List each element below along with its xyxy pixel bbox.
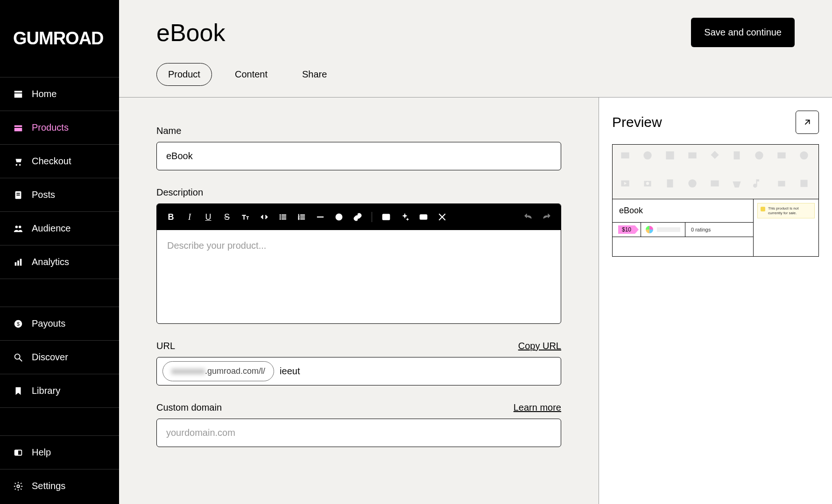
nav-label: Products xyxy=(32,122,69,133)
svg-point-25 xyxy=(280,218,281,220)
svg-rect-17 xyxy=(15,450,18,455)
nav-checkout[interactable]: Checkout xyxy=(0,144,119,178)
form-area: Name Description B I U S TT xyxy=(119,98,599,504)
svg-text:T: T xyxy=(247,216,249,220)
analytics-icon xyxy=(13,257,23,267)
tabs: Product Content Share xyxy=(156,63,795,97)
avatar-icon xyxy=(646,226,653,233)
svg-point-47 xyxy=(800,151,808,159)
url-prefix-pill[interactable]: xxxxxxxx.gumroad.com/l/ xyxy=(162,361,274,381)
name-input[interactable] xyxy=(156,142,561,170)
preview-panel: Preview xyxy=(599,98,832,504)
learn-more-link[interactable]: Learn more xyxy=(514,402,561,413)
svg-rect-9 xyxy=(15,262,17,266)
video-icon[interactable] xyxy=(416,210,431,224)
nav-discover[interactable]: Discover xyxy=(0,340,119,374)
svg-rect-6 xyxy=(16,195,20,196)
field-name: Name xyxy=(156,126,561,170)
svg-rect-2 xyxy=(14,125,22,127)
redo-icon[interactable] xyxy=(539,210,554,224)
nav-analytics[interactable]: Analytics xyxy=(0,245,119,279)
sparkle-icon[interactable] xyxy=(397,210,412,224)
nav-label: Home xyxy=(32,89,56,99)
name-label: Name xyxy=(156,126,181,136)
strikethrough-icon[interactable]: S xyxy=(219,210,234,224)
field-description: Description B I U S TT 123 xyxy=(156,187,561,324)
nav-label: Audience xyxy=(32,223,71,234)
url-input-wrap: xxxxxxxx.gumroad.com/l/ xyxy=(156,357,561,385)
rich-text-editor: B I U S TT 123 xyxy=(156,203,561,324)
underline-icon[interactable]: U xyxy=(201,210,216,224)
svg-rect-1 xyxy=(14,93,22,98)
undo-icon[interactable] xyxy=(521,210,536,224)
tab-product[interactable]: Product xyxy=(156,63,212,86)
image-icon[interactable] xyxy=(379,210,394,224)
svg-rect-24 xyxy=(282,217,286,217)
url-slug-input[interactable] xyxy=(280,366,555,377)
horizontal-rule-icon[interactable] xyxy=(313,210,328,224)
svg-rect-54 xyxy=(711,181,719,187)
save-and-continue-button[interactable]: Save and continue xyxy=(691,18,795,47)
svg-rect-56 xyxy=(801,180,808,187)
svg-rect-28 xyxy=(301,217,305,217)
x-twitter-icon[interactable] xyxy=(435,210,450,224)
audience-icon xyxy=(13,224,23,234)
products-icon xyxy=(13,123,23,133)
copy-url-button[interactable]: Copy URL xyxy=(518,341,561,351)
discover-icon xyxy=(13,352,23,363)
svg-point-14 xyxy=(15,354,20,359)
custom-domain-input[interactable] xyxy=(156,419,561,447)
arrow-up-right-icon xyxy=(802,117,812,127)
main: eBook Save and continue Product Content … xyxy=(119,0,832,504)
svg-point-21 xyxy=(280,215,281,216)
custom-domain-label: Custom domain xyxy=(156,402,222,413)
code-icon[interactable] xyxy=(257,210,272,224)
nav-settings[interactable]: Settings xyxy=(0,469,119,503)
nav-audience[interactable]: Audience xyxy=(0,211,119,245)
tab-share[interactable]: Share xyxy=(290,63,338,86)
help-icon xyxy=(13,448,23,458)
nav-products[interactable]: Products xyxy=(0,111,119,144)
bold-icon[interactable]: B xyxy=(163,210,178,224)
bullet-list-icon[interactable] xyxy=(275,210,290,224)
preview-author xyxy=(641,223,685,237)
svg-point-23 xyxy=(280,217,281,218)
brand-logo: GUMROAD xyxy=(0,0,119,77)
svg-point-51 xyxy=(646,182,649,185)
italic-icon[interactable]: I xyxy=(182,210,197,224)
svg-rect-40 xyxy=(621,153,629,159)
svg-rect-3 xyxy=(14,128,22,131)
nav-label: Analytics xyxy=(32,257,69,267)
preview-ratings: 0 ratings xyxy=(685,223,753,237)
svg-point-7 xyxy=(15,225,18,228)
open-preview-button[interactable] xyxy=(796,111,819,134)
quote-icon[interactable] xyxy=(331,210,346,224)
nav-posts[interactable]: Posts xyxy=(0,178,119,211)
nav-help[interactable]: Help xyxy=(0,435,119,469)
preview-card: eBook $10 0 ratings xyxy=(612,144,819,257)
tab-content[interactable]: Content xyxy=(223,63,279,86)
nav-payouts[interactable]: $ Payouts xyxy=(0,307,119,340)
checkout-icon xyxy=(13,156,23,167)
preview-notice: This product is not currently for sale. xyxy=(757,203,815,218)
payouts-icon: $ xyxy=(13,319,23,329)
numbered-list-icon[interactable]: 123 xyxy=(294,210,309,224)
nav-library[interactable]: Library xyxy=(0,374,119,407)
text-size-icon[interactable]: TT xyxy=(238,210,253,224)
preview-hero xyxy=(613,145,818,199)
link-icon[interactable] xyxy=(350,210,365,224)
nav-home[interactable]: Home xyxy=(0,77,119,111)
primary-nav: Home Products Checkout Posts Audience An… xyxy=(0,77,119,503)
svg-rect-42 xyxy=(666,151,674,159)
description-input[interactable]: Describe your product... xyxy=(157,230,561,323)
svg-rect-22 xyxy=(282,215,286,216)
rte-toolbar: B I U S TT 123 xyxy=(157,204,561,230)
svg-rect-10 xyxy=(17,260,19,266)
svg-rect-43 xyxy=(688,153,696,159)
svg-point-35 xyxy=(338,217,339,217)
svg-rect-29 xyxy=(301,218,305,219)
posts-icon xyxy=(13,190,23,200)
svg-rect-44 xyxy=(734,151,740,159)
sidebar: GUMROAD Home Products Checkout Posts Aud… xyxy=(0,0,119,504)
svg-text:3: 3 xyxy=(298,217,300,220)
